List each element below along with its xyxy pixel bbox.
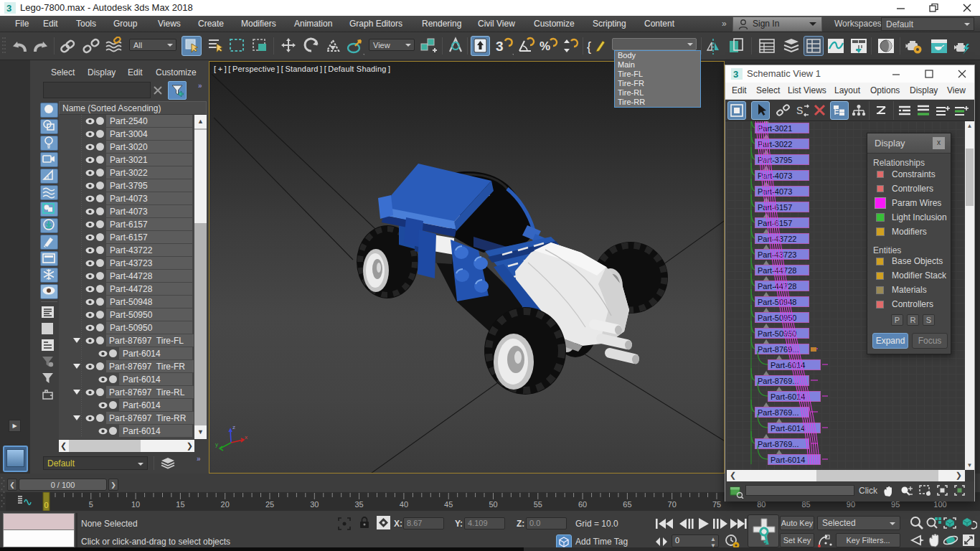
svg-text:3: 3 <box>6 3 11 14</box>
svg-text:10: 10 <box>131 500 140 509</box>
svg-text:65: 65 <box>623 500 631 509</box>
svg-text:5: 5 <box>89 500 93 509</box>
svg-text:z: z <box>232 424 235 430</box>
svg-text:30: 30 <box>310 500 319 509</box>
svg-text:%: % <box>540 39 550 53</box>
svg-text:15: 15 <box>176 500 184 509</box>
svg-text:S: S <box>796 105 803 116</box>
svg-text:40: 40 <box>400 500 408 509</box>
svg-text:45: 45 <box>444 500 453 509</box>
svg-text:60: 60 <box>578 500 587 509</box>
svg-text:20: 20 <box>221 500 230 509</box>
svg-text:0: 0 <box>44 501 48 509</box>
svg-text:{: { <box>587 39 591 54</box>
svg-text:75: 75 <box>712 500 721 509</box>
svg-text:50: 50 <box>489 500 497 509</box>
svg-text:y: y <box>215 441 218 448</box>
svg-text:25: 25 <box>265 500 274 509</box>
svg-text:70: 70 <box>668 500 677 509</box>
svg-text:35: 35 <box>354 500 363 509</box>
svg-text:55: 55 <box>534 500 542 509</box>
svg-text:3: 3 <box>733 69 738 80</box>
svg-text:3: 3 <box>496 39 504 54</box>
svg-text:x: x <box>245 434 248 441</box>
